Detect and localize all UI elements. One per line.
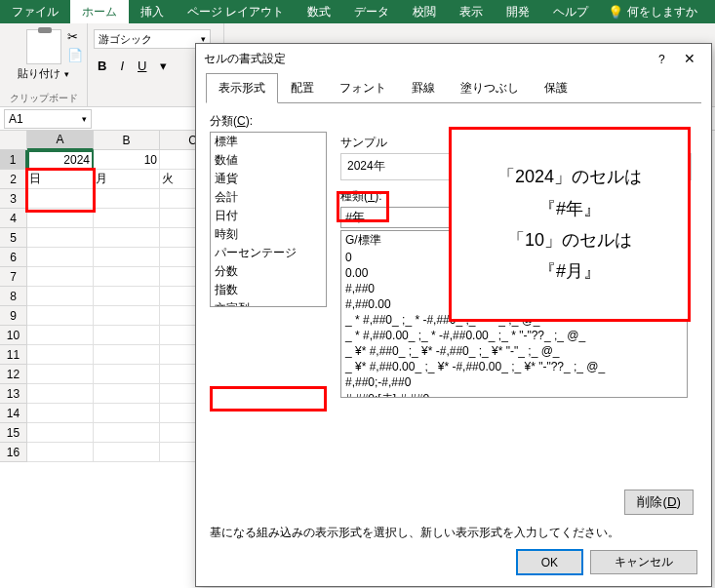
underline-button[interactable]: U	[134, 57, 150, 75]
tab-formulas[interactable]: 数式	[296, 0, 342, 23]
cell[interactable]	[94, 267, 160, 287]
cell[interactable]	[27, 248, 94, 267]
tab-view[interactable]: 表示	[448, 0, 495, 23]
copy-icon[interactable]: 📄	[67, 48, 83, 62]
row-header[interactable]: 6	[0, 248, 27, 267]
tab-file[interactable]: ファイル	[0, 0, 70, 23]
category-item[interactable]: 会計	[211, 188, 326, 207]
row-header[interactable]: 14	[0, 404, 27, 423]
tab-insert[interactable]: 挿入	[129, 0, 176, 23]
row-header[interactable]: 8	[0, 287, 27, 306]
row-header[interactable]: 16	[0, 443, 27, 462]
cell[interactable]	[94, 209, 160, 228]
cell[interactable]	[27, 404, 94, 423]
tab-font[interactable]: フォント	[327, 73, 399, 103]
cut-icon[interactable]: ✂	[67, 29, 83, 44]
help-icon[interactable]: ?	[651, 51, 673, 68]
cell[interactable]	[27, 365, 94, 384]
format-item[interactable]: _ ¥* #,##0_ ;_ ¥* -#,##0_ ;_ ¥* "-"_ ;_ …	[341, 343, 687, 359]
row-header[interactable]: 10	[0, 326, 27, 345]
cell[interactable]	[27, 443, 94, 462]
cell[interactable]	[94, 189, 160, 209]
cell[interactable]	[94, 365, 160, 384]
tab-border[interactable]: 罫線	[399, 73, 448, 103]
cell[interactable]	[27, 209, 94, 228]
col-header-a[interactable]: A	[27, 131, 94, 150]
tab-developer[interactable]: 開発	[495, 0, 541, 23]
format-item[interactable]: _ ¥* #,##0.00_ ;_ ¥* -#,##0.00_ ;_ ¥* "-…	[341, 359, 687, 374]
cell[interactable]	[94, 326, 160, 345]
row-header[interactable]: 4	[0, 209, 27, 228]
tab-page-layout[interactable]: ページ レイアウト	[176, 0, 296, 23]
clipboard-group: ✂ 📄 貼り付け ▾ クリップボード	[0, 23, 88, 106]
category-item[interactable]: 指数	[211, 281, 326, 299]
cell[interactable]	[27, 423, 94, 443]
tab-help[interactable]: ヘルプ	[541, 0, 600, 23]
cell[interactable]	[94, 404, 160, 423]
category-item[interactable]: パーセンテージ	[211, 244, 326, 262]
italic-button[interactable]: I	[116, 57, 128, 75]
font-name-select[interactable]: 游ゴシック ▾	[94, 29, 211, 49]
cell[interactable]	[94, 443, 160, 462]
cancel-button[interactable]: キャンセル	[590, 550, 697, 574]
row-header[interactable]: 7	[0, 267, 27, 287]
dialog-tabs: 表示形式 配置 フォント 罫線 塗りつぶし 保護	[206, 73, 701, 103]
row-header[interactable]: 12	[0, 365, 27, 384]
category-item[interactable]: 標準	[211, 133, 326, 151]
cell[interactable]	[94, 345, 160, 365]
tell-me[interactable]: 💡 何をしますか	[608, 4, 697, 20]
cell[interactable]: 10	[94, 150, 160, 170]
tab-fill[interactable]: 塗りつぶし	[448, 73, 532, 103]
row-header[interactable]: 15	[0, 423, 27, 443]
row-header[interactable]: 9	[0, 306, 27, 326]
format-item[interactable]: _ * #,##0.00_ ;_ * -#,##0.00_ ;_ * "-"??…	[341, 328, 687, 343]
cell[interactable]	[27, 326, 94, 345]
cell[interactable]	[27, 345, 94, 365]
category-item[interactable]: 分数	[211, 262, 326, 281]
cell[interactable]	[27, 306, 94, 326]
cell[interactable]	[94, 306, 160, 326]
bold-button[interactable]: B	[94, 57, 110, 75]
cell[interactable]	[27, 267, 94, 287]
name-box[interactable]: A1 ▾	[4, 109, 92, 129]
cell[interactable]	[94, 248, 160, 267]
cell[interactable]	[27, 228, 94, 248]
format-item[interactable]: #,##0;[赤]-#,##0	[341, 390, 687, 398]
row-header[interactable]: 3	[0, 189, 27, 209]
cell[interactable]	[94, 384, 160, 404]
select-all-corner[interactable]	[0, 131, 27, 150]
cell[interactable]	[94, 228, 160, 248]
cell[interactable]	[27, 287, 94, 306]
row-header[interactable]: 11	[0, 345, 27, 365]
row-header[interactable]: 2	[0, 170, 27, 189]
tab-protection[interactable]: 保護	[532, 73, 580, 103]
row-header[interactable]: 5	[0, 228, 27, 248]
cell[interactable]: 日	[27, 170, 94, 189]
category-item[interactable]: 日付	[211, 207, 326, 225]
row-header[interactable]: 1	[0, 150, 27, 170]
cell[interactable]: 2024	[27, 150, 94, 170]
format-item[interactable]: #,##0;-#,##0	[341, 374, 687, 390]
category-list[interactable]: 標準数値通貨会計日付時刻パーセンテージ分数指数文字列その他ユーザー定義	[210, 132, 327, 307]
tab-home[interactable]: ホーム	[70, 0, 129, 23]
row-header[interactable]: 13	[0, 384, 27, 404]
category-item[interactable]: 時刻	[211, 225, 326, 244]
close-icon[interactable]: ✕	[676, 49, 703, 68]
cell[interactable]	[27, 384, 94, 404]
category-item[interactable]: 数値	[211, 151, 326, 170]
paste-label[interactable]: 貼り付け ▾	[18, 66, 68, 81]
paste-icon[interactable]	[26, 29, 61, 64]
cell[interactable]	[94, 287, 160, 306]
cell[interactable]	[27, 189, 94, 209]
category-item[interactable]: 通貨	[211, 170, 326, 188]
col-header-b[interactable]: B	[94, 131, 160, 150]
cell[interactable]: 月	[94, 170, 160, 189]
delete-button[interactable]: 削除(D)	[624, 490, 694, 515]
tab-alignment[interactable]: 配置	[278, 73, 327, 103]
cell[interactable]	[94, 423, 160, 443]
tab-number-format[interactable]: 表示形式	[206, 73, 278, 103]
tab-review[interactable]: 校閲	[401, 0, 448, 23]
tab-data[interactable]: データ	[342, 0, 401, 23]
category-item[interactable]: 文字列	[211, 299, 326, 307]
ok-button[interactable]: OK	[517, 550, 582, 574]
